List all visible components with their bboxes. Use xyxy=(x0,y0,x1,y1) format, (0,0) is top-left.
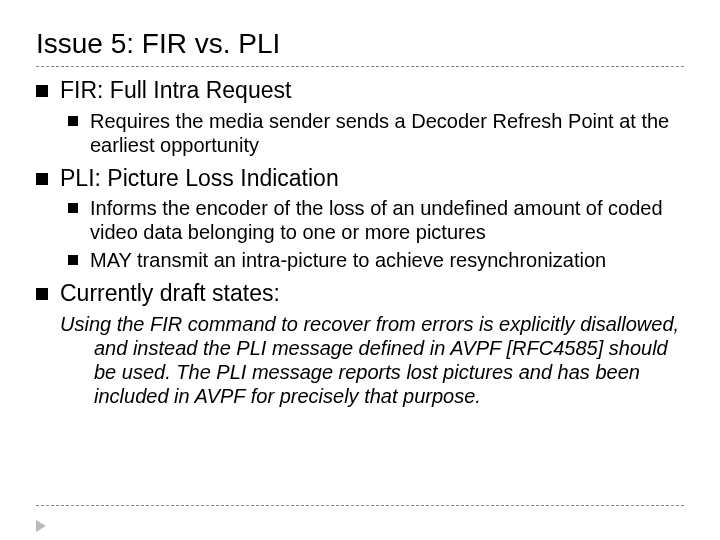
quote-block: Using the FIR command to recover from er… xyxy=(60,312,684,408)
sub-item: Requires the media sender sends a Decode… xyxy=(68,109,684,157)
quote-text: Using the FIR command to recover from er… xyxy=(60,312,680,408)
slide: Issue 5: FIR vs. PLI FIR: Full Intra Req… xyxy=(0,0,720,540)
next-arrow-icon xyxy=(36,520,46,532)
main-list: FIR: Full Intra Request Requires the med… xyxy=(36,77,684,308)
sub-item: Informs the encoder of the loss of an un… xyxy=(68,196,684,244)
list-item: PLI: Picture Loss Indication Informs the… xyxy=(36,165,684,273)
list-label: FIR: Full Intra Request xyxy=(60,77,291,103)
sub-list: Requires the media sender sends a Decode… xyxy=(60,109,684,157)
slide-title: Issue 5: FIR vs. PLI xyxy=(36,28,684,60)
title-divider xyxy=(36,66,684,67)
sub-list: Informs the encoder of the loss of an un… xyxy=(60,196,684,272)
list-item: Currently draft states: xyxy=(36,280,684,308)
list-label: Currently draft states: xyxy=(60,280,280,306)
list-item: FIR: Full Intra Request Requires the med… xyxy=(36,77,684,157)
sub-item: MAY transmit an intra-picture to achieve… xyxy=(68,248,684,272)
list-label: PLI: Picture Loss Indication xyxy=(60,165,339,191)
footer-divider xyxy=(36,505,684,506)
